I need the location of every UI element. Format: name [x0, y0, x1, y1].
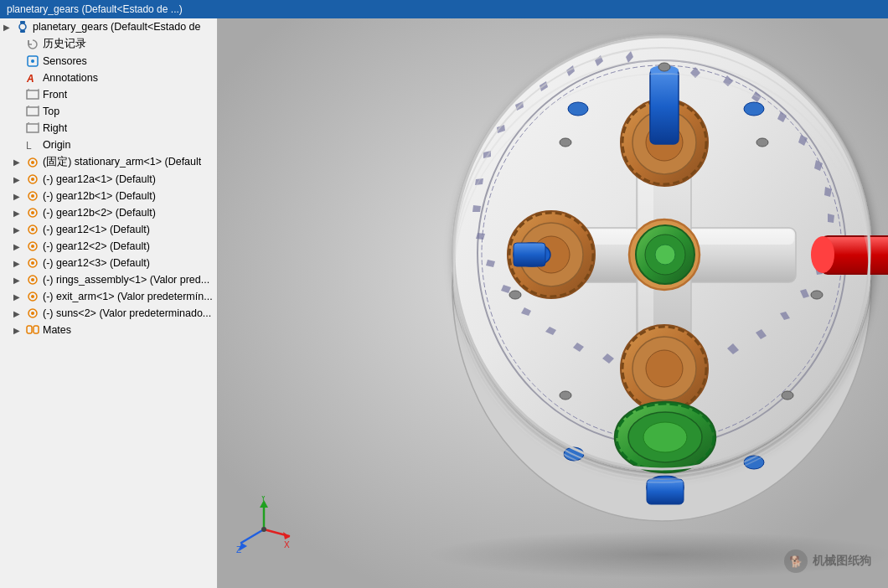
sidebar-label-gear123: (-) gear12<3> (Default): [43, 257, 150, 269]
sidebar-item-exit-arm[interactable]: ▶(-) exit_arm<1> (Valor predetermín...: [0, 288, 217, 305]
svg-rect-2: [20, 30, 25, 33]
sidebar-item-gear122[interactable]: ▶(-) gear12<2> (Default): [0, 238, 217, 255]
tree-arrow-gear12b1[interactable]: ▶: [13, 192, 25, 201]
svg-point-83: [658, 63, 670, 71]
main-layout: ▶planetary_gears (Default<Estado de历史记录S…: [0, 18, 888, 588]
svg-point-88: [509, 291, 521, 299]
svg-point-103: [261, 527, 266, 532]
axis-indicator: Z Y X: [235, 496, 293, 554]
viewport[interactable]: Z Y X 🐕 机械图纸狗: [218, 18, 888, 588]
sensor-icon-sensores: [25, 54, 40, 68]
tree-arrow-gear12b2[interactable]: ▶: [13, 209, 25, 218]
comp-icon-gear123: [25, 256, 40, 270]
svg-point-29: [31, 261, 34, 265]
tree-arrow-planetary-gears[interactable]: ▶: [3, 23, 15, 32]
sidebar-item-gear12b1[interactable]: ▶(-) gear12b<1> (Default): [0, 188, 217, 204]
sidebar-label-origin: Origin: [43, 139, 70, 151]
svg-rect-12: [27, 124, 39, 132]
svg-point-89: [560, 138, 571, 147]
sidebar-label-annotations: Annotations: [43, 72, 98, 84]
sidebar-item-planetary-gears[interactable]: ▶planetary_gears (Default<Estado de: [0, 18, 217, 35]
svg-text:A: A: [26, 73, 34, 84]
svg-point-81: [811, 236, 834, 273]
title-text: planetary_gears (Default<Estado de ...): [7, 3, 183, 15]
mates-icon-mates: [25, 323, 40, 337]
tree-arrow-gear121[interactable]: ▶: [13, 225, 25, 235]
comp-icon-gear12b1: [25, 189, 40, 203]
tree-arrow-gear122[interactable]: ▶: [13, 242, 25, 251]
plane-icon-front: [25, 88, 40, 101]
sidebar-label-suns2: (-) suns<2> (Valor predeterminado...: [43, 307, 211, 319]
sidebar-item-gear12a1[interactable]: ▶(-) gear12a<1> (Default): [0, 171, 217, 188]
tree-arrow-rings-assembly[interactable]: ▶: [13, 276, 25, 285]
sidebar-item-gear12b2[interactable]: ▶(-) gear12b<2> (Default): [0, 204, 217, 221]
sidebar-item-front[interactable]: Front: [0, 86, 217, 103]
sidebar-label-front: Front: [43, 89, 67, 101]
svg-point-17: [31, 161, 34, 164]
comp-icon-gear12b2: [25, 206, 40, 219]
svg-text:X: X: [284, 540, 290, 549]
svg-point-78: [568, 102, 588, 116]
sidebar-item-history[interactable]: 历史记录: [0, 35, 217, 53]
svg-rect-36: [27, 326, 32, 333]
sidebar-label-history: 历史记录: [43, 37, 86, 51]
svg-point-86: [782, 391, 793, 400]
plane-icon-right: [25, 121, 40, 135]
sidebar-item-sensores[interactable]: Sensores: [0, 53, 217, 70]
sidebar-item-annotations[interactable]: AAnnotations: [0, 70, 217, 86]
tree-arrow-gear12a1[interactable]: ▶: [13, 175, 25, 184]
tree-arrow-exit-arm[interactable]: ▶: [13, 292, 25, 302]
svg-point-87: [560, 391, 571, 400]
svg-rect-1: [20, 21, 25, 23]
sidebar-label-gear12b1: (-) gear12b<1> (Default): [43, 190, 156, 202]
comp-icon-gear122: [25, 240, 40, 253]
svg-point-21: [31, 194, 34, 198]
svg-point-19: [31, 178, 34, 181]
svg-line-94: [241, 529, 264, 543]
svg-point-69: [655, 245, 675, 265]
svg-point-57: [646, 350, 683, 387]
sidebar-label-top: Top: [43, 106, 59, 117]
sidebar-item-suns2[interactable]: ▶(-) suns<2> (Valor predeterminado...: [0, 305, 217, 322]
sidebar-item-stationary-arm[interactable]: ▶(固定) stationary_arm<1> (Default: [0, 153, 217, 171]
sidebar-item-gear123[interactable]: ▶(-) gear12<3> (Default): [0, 255, 217, 271]
svg-point-0: [19, 23, 26, 30]
tree-arrow-mates[interactable]: ▶: [13, 326, 25, 335]
svg-point-65: [643, 422, 687, 452]
svg-point-23: [31, 211, 34, 214]
sidebar-item-top[interactable]: Top: [0, 103, 217, 120]
svg-point-27: [31, 245, 34, 248]
sidebar-label-gear121: (-) gear12<1> (Default): [43, 224, 150, 235]
tree-arrow-suns2[interactable]: ▶: [13, 309, 25, 318]
sidebar-item-gear121[interactable]: ▶(-) gear12<1> (Default): [0, 221, 217, 238]
svg-rect-73: [514, 243, 545, 266]
sidebar-label-gear12b2: (-) gear12b<2> (Default): [43, 207, 156, 219]
gear-icon-planetary-gears: [15, 20, 30, 34]
sidebar-label-sensores: Sensores: [43, 55, 87, 67]
svg-point-35: [31, 312, 34, 315]
svg-point-33: [31, 295, 34, 298]
sidebar-label-gear12a1: (-) gear12a<1> (Default): [43, 173, 156, 185]
sidebar-item-origin[interactable]: LOrigin: [0, 137, 217, 153]
sidebar-item-right[interactable]: Right: [0, 120, 217, 137]
sidebar-item-mates[interactable]: ▶Mates: [0, 322, 217, 338]
sidebar-item-rings-assembly[interactable]: ▶(-) rings_assembly<1> (Valor pred...: [0, 271, 217, 288]
sidebar-label-mates: Mates: [43, 324, 71, 336]
tree-arrow-gear123[interactable]: ▶: [13, 259, 25, 268]
comp-icon-gear121: [25, 223, 40, 236]
annot-icon-annotations: A: [25, 71, 40, 85]
sidebar-label-planetary-gears: planetary_gears (Default<Estado de: [33, 21, 200, 33]
svg-point-79: [744, 102, 764, 116]
svg-rect-37: [34, 326, 39, 333]
svg-point-25: [31, 228, 34, 231]
sidebar-label-stationary-arm: (固定) stationary_arm<1> (Default: [43, 155, 201, 169]
sidebar-label-exit-arm: (-) exit_arm<1> (Valor predetermín...: [43, 291, 213, 302]
comp-icon-rings-assembly: [25, 273, 40, 286]
svg-point-31: [31, 278, 34, 281]
svg-rect-6: [27, 90, 39, 99]
origin-icon-origin: L: [25, 138, 40, 152]
tree-arrow-stationary-arm[interactable]: ▶: [13, 157, 25, 167]
svg-text:L: L: [26, 140, 32, 151]
watermark-icon: 🐕: [784, 549, 808, 573]
sidebar: ▶planetary_gears (Default<Estado de历史记录S…: [0, 18, 218, 588]
